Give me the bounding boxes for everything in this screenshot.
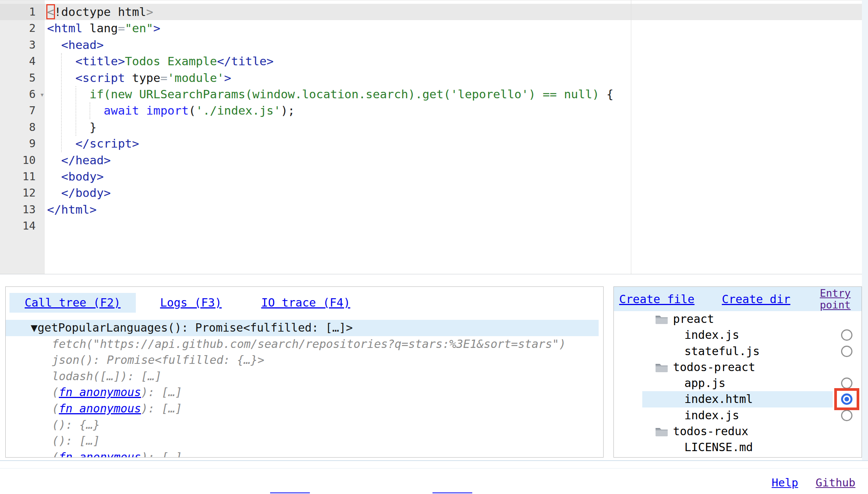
file-name: preact — [673, 312, 714, 326]
file-row[interactable]: app.js — [614, 375, 862, 391]
folder-row[interactable]: todos-preact — [614, 359, 862, 375]
entry-point-radio[interactable] — [841, 329, 852, 341]
code-line[interactable]: 9 </script> — [0, 135, 862, 152]
code-line[interactable]: 5 <script type='module'> — [0, 70, 862, 86]
create-file-link[interactable]: Create file — [619, 293, 695, 306]
code-text: <html lang="en"> — [45, 20, 862, 36]
function-link[interactable]: fn anonymous — [59, 402, 141, 415]
call-tree-row[interactable]: ▼getPopularLanguages(): Promise<fulfille… — [6, 320, 599, 336]
leporello-app: 1<!doctype html>2<html lang="en">3 <head… — [0, 0, 868, 494]
code-line[interactable]: 12 </body> — [0, 185, 862, 201]
tab-logs-f3[interactable]: Logs (F3) — [145, 293, 237, 313]
help-link[interactable]: Help — [772, 475, 798, 491]
call-tree-row[interactable]: lodash([…]): […] — [6, 368, 603, 385]
create-dir-link[interactable]: Create dir — [722, 293, 791, 306]
code-line[interactable]: 7 await import('./index.js'); — [0, 102, 862, 119]
code-line[interactable]: 6▾ if(new URLSearchParams(window.locatio… — [0, 86, 862, 102]
function-link[interactable]: fn anonymous — [59, 385, 141, 399]
code-text: <title>Todos Example</title> — [45, 53, 862, 69]
code-line[interactable]: 8 } — [0, 119, 862, 135]
code-text: </script> — [45, 135, 862, 152]
code-line[interactable]: 3 <head> — [0, 37, 862, 53]
tab-io-trace-f4[interactable]: IO trace (F4) — [246, 293, 365, 313]
line-number: 13 — [0, 201, 45, 218]
code-line[interactable]: 11 <body> — [0, 168, 862, 185]
scrollbar-gutter — [862, 0, 868, 460]
code-line[interactable]: 14 — [0, 218, 862, 234]
reopen-run-window-link[interactable]: (Re)open run window (F7) — [432, 464, 558, 494]
file-row[interactable]: index.js — [614, 327, 862, 343]
call-tree-row[interactable]: (fn anonymous): […] — [6, 401, 603, 417]
indent-guide — [90, 102, 90, 119]
file-row[interactable]: index.html — [614, 391, 862, 407]
code-line[interactable]: 1<!doctype html> — [0, 4, 862, 20]
code-text: <head> — [45, 37, 862, 53]
code-line[interactable]: 13</html> — [0, 201, 862, 218]
file-row[interactable]: stateful.js — [614, 343, 862, 359]
indent-guide — [75, 86, 76, 136]
fold-marker-icon[interactable]: ▾ — [40, 87, 44, 103]
entry-point-radio[interactable] — [841, 346, 852, 357]
line-number: 10 — [0, 152, 45, 168]
current-file-path: docs/examples/todos- preact/index.html — [6, 464, 138, 494]
call-tree-row[interactable]: fetch("https://api.github.com/search/rep… — [6, 336, 603, 352]
code-text — [45, 218, 862, 234]
line-number: 12 — [0, 185, 45, 201]
file-name: index.js — [684, 328, 739, 341]
entry-point-radio[interactable] — [841, 393, 852, 405]
file-browser-panel: Create file Create dir Entry point preac… — [613, 286, 862, 458]
call-tree-row[interactable]: (): […] — [6, 433, 603, 449]
code-text: </html> — [45, 201, 862, 218]
file-name: app.js — [684, 376, 725, 390]
code-text: <!doctype html> — [45, 4, 862, 20]
file-name: todos-preact — [673, 360, 755, 374]
clear-io-trace-link[interactable]: Clear IO trace (F6) — [270, 464, 363, 494]
file-name: index.html — [684, 392, 753, 406]
line-number: 8 — [0, 119, 45, 135]
folder-icon — [655, 361, 668, 371]
line-number: 1 — [0, 4, 45, 20]
call-tree-row[interactable]: (): {…} — [6, 417, 603, 433]
file-tree: preactindex.jsstateful.jstodos-preactapp… — [614, 311, 862, 456]
file-row[interactable]: LICENSE.md — [614, 439, 862, 455]
code-editor[interactable]: 1<!doctype html>2<html lang="en">3 <head… — [0, 0, 862, 274]
code-line[interactable]: 2<html lang="en"> — [0, 20, 862, 36]
file-name: index.js — [684, 409, 739, 422]
indent-guide — [61, 53, 62, 152]
call-tree-row[interactable]: (fn anonymous): […] — [6, 384, 603, 401]
call-tree-panel: Call tree (F2)Logs (F3)IO trace (F4) ▼ge… — [5, 286, 604, 458]
panel-tabs: Call tree (F2)Logs (F3)IO trace (F4) — [9, 293, 603, 313]
file-name: todos-redux — [673, 425, 748, 438]
code-lines: 1<!doctype html>2<html lang="en">3 <head… — [0, 0, 862, 234]
line-number: 9 — [0, 135, 45, 152]
call-tree: ▼getPopularLanguages(): Promise<fulfille… — [6, 320, 603, 458]
folder-row[interactable]: todos-redux — [614, 423, 862, 439]
call-tree-row[interactable]: json(): Promise<fulfilled: {…}> — [6, 352, 603, 368]
code-text: await import('./index.js'); — [45, 102, 862, 119]
line-number: 2 — [0, 20, 45, 36]
code-text: <body> — [45, 168, 862, 185]
entry-point-radio[interactable] — [841, 410, 852, 421]
keybindings-switch: Standard VIM — [635, 464, 718, 494]
line-number: 7 — [0, 102, 45, 119]
file-name: stateful.js — [684, 345, 760, 358]
line-number: 11 — [0, 168, 45, 185]
code-text: </head> — [45, 152, 862, 168]
file-row[interactable]: index.js — [614, 407, 862, 423]
folder-icon — [655, 313, 668, 323]
entry-point-link[interactable]: Entry point — [820, 287, 859, 311]
line-number: 4 — [0, 53, 45, 69]
code-text: } — [45, 119, 862, 135]
code-text: </body> — [45, 185, 862, 201]
code-line[interactable]: 10 </head> — [0, 152, 862, 168]
entry-point-radio[interactable] — [841, 378, 852, 389]
code-line[interactable]: 4 <title>Todos Example</title> — [0, 53, 862, 69]
line-number: 14 — [0, 218, 45, 234]
tab-call-tree-f2[interactable]: Call tree (F2) — [9, 293, 136, 313]
function-link[interactable]: fn anonymous — [59, 450, 141, 458]
line-number: 6▾ — [0, 86, 45, 102]
call-tree-row[interactable]: (fn anonymous): […] — [6, 449, 603, 458]
line-number: 3 — [0, 37, 45, 53]
folder-row[interactable]: preact — [614, 311, 862, 327]
github-link[interactable]: Github — [816, 475, 855, 491]
